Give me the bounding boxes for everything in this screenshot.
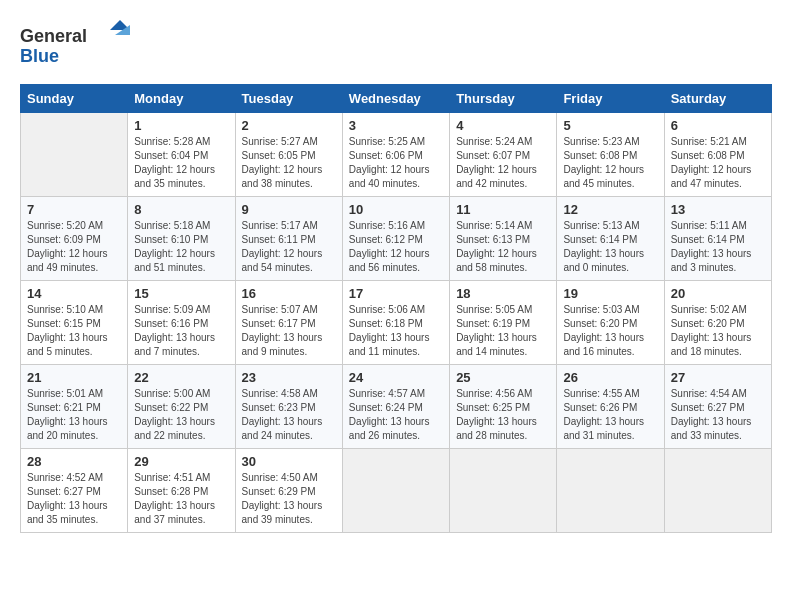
day-number: 11 xyxy=(456,202,550,217)
day-info: Sunrise: 4:56 AMSunset: 6:25 PMDaylight:… xyxy=(456,387,550,443)
day-info: Sunrise: 5:20 AMSunset: 6:09 PMDaylight:… xyxy=(27,219,121,275)
day-info: Sunrise: 5:23 AMSunset: 6:08 PMDaylight:… xyxy=(563,135,657,191)
calendar-cell: 25Sunrise: 4:56 AMSunset: 6:25 PMDayligh… xyxy=(450,365,557,449)
day-info: Sunrise: 5:11 AMSunset: 6:14 PMDaylight:… xyxy=(671,219,765,275)
calendar-cell: 10Sunrise: 5:16 AMSunset: 6:12 PMDayligh… xyxy=(342,197,449,281)
calendar-cell: 24Sunrise: 4:57 AMSunset: 6:24 PMDayligh… xyxy=(342,365,449,449)
day-info: Sunrise: 4:54 AMSunset: 6:27 PMDaylight:… xyxy=(671,387,765,443)
svg-text:General: General xyxy=(20,26,87,46)
calendar-cell: 22Sunrise: 5:00 AMSunset: 6:22 PMDayligh… xyxy=(128,365,235,449)
calendar-cell: 23Sunrise: 4:58 AMSunset: 6:23 PMDayligh… xyxy=(235,365,342,449)
weekday-header: Saturday xyxy=(664,85,771,113)
day-number: 3 xyxy=(349,118,443,133)
day-number: 6 xyxy=(671,118,765,133)
day-number: 10 xyxy=(349,202,443,217)
calendar-cell: 18Sunrise: 5:05 AMSunset: 6:19 PMDayligh… xyxy=(450,281,557,365)
day-info: Sunrise: 4:52 AMSunset: 6:27 PMDaylight:… xyxy=(27,471,121,527)
day-info: Sunrise: 5:14 AMSunset: 6:13 PMDaylight:… xyxy=(456,219,550,275)
weekday-header: Thursday xyxy=(450,85,557,113)
calendar-cell: 30Sunrise: 4:50 AMSunset: 6:29 PMDayligh… xyxy=(235,449,342,533)
calendar-week-row: 7Sunrise: 5:20 AMSunset: 6:09 PMDaylight… xyxy=(21,197,772,281)
calendar-table: SundayMondayTuesdayWednesdayThursdayFrid… xyxy=(20,84,772,533)
day-info: Sunrise: 5:17 AMSunset: 6:11 PMDaylight:… xyxy=(242,219,336,275)
day-info: Sunrise: 4:51 AMSunset: 6:28 PMDaylight:… xyxy=(134,471,228,527)
calendar-cell: 28Sunrise: 4:52 AMSunset: 6:27 PMDayligh… xyxy=(21,449,128,533)
calendar-cell: 1Sunrise: 5:28 AMSunset: 6:04 PMDaylight… xyxy=(128,113,235,197)
calendar-cell: 27Sunrise: 4:54 AMSunset: 6:27 PMDayligh… xyxy=(664,365,771,449)
calendar-cell: 21Sunrise: 5:01 AMSunset: 6:21 PMDayligh… xyxy=(21,365,128,449)
day-number: 4 xyxy=(456,118,550,133)
day-number: 28 xyxy=(27,454,121,469)
svg-text:Blue: Blue xyxy=(20,46,59,66)
weekday-header: Sunday xyxy=(21,85,128,113)
weekday-header: Monday xyxy=(128,85,235,113)
day-info: Sunrise: 5:00 AMSunset: 6:22 PMDaylight:… xyxy=(134,387,228,443)
calendar-cell: 7Sunrise: 5:20 AMSunset: 6:09 PMDaylight… xyxy=(21,197,128,281)
day-info: Sunrise: 5:01 AMSunset: 6:21 PMDaylight:… xyxy=(27,387,121,443)
calendar-week-row: 1Sunrise: 5:28 AMSunset: 6:04 PMDaylight… xyxy=(21,113,772,197)
calendar-cell: 4Sunrise: 5:24 AMSunset: 6:07 PMDaylight… xyxy=(450,113,557,197)
day-number: 26 xyxy=(563,370,657,385)
day-info: Sunrise: 5:10 AMSunset: 6:15 PMDaylight:… xyxy=(27,303,121,359)
day-info: Sunrise: 5:09 AMSunset: 6:16 PMDaylight:… xyxy=(134,303,228,359)
day-info: Sunrise: 5:21 AMSunset: 6:08 PMDaylight:… xyxy=(671,135,765,191)
day-number: 16 xyxy=(242,286,336,301)
calendar-cell: 17Sunrise: 5:06 AMSunset: 6:18 PMDayligh… xyxy=(342,281,449,365)
calendar-cell: 5Sunrise: 5:23 AMSunset: 6:08 PMDaylight… xyxy=(557,113,664,197)
calendar-cell xyxy=(557,449,664,533)
day-info: Sunrise: 5:07 AMSunset: 6:17 PMDaylight:… xyxy=(242,303,336,359)
day-number: 20 xyxy=(671,286,765,301)
calendar-cell: 12Sunrise: 5:13 AMSunset: 6:14 PMDayligh… xyxy=(557,197,664,281)
day-info: Sunrise: 4:58 AMSunset: 6:23 PMDaylight:… xyxy=(242,387,336,443)
day-info: Sunrise: 4:57 AMSunset: 6:24 PMDaylight:… xyxy=(349,387,443,443)
calendar-cell: 14Sunrise: 5:10 AMSunset: 6:15 PMDayligh… xyxy=(21,281,128,365)
calendar-cell: 15Sunrise: 5:09 AMSunset: 6:16 PMDayligh… xyxy=(128,281,235,365)
day-info: Sunrise: 4:55 AMSunset: 6:26 PMDaylight:… xyxy=(563,387,657,443)
calendar-week-row: 28Sunrise: 4:52 AMSunset: 6:27 PMDayligh… xyxy=(21,449,772,533)
day-info: Sunrise: 5:18 AMSunset: 6:10 PMDaylight:… xyxy=(134,219,228,275)
weekday-header: Friday xyxy=(557,85,664,113)
day-info: Sunrise: 5:03 AMSunset: 6:20 PMDaylight:… xyxy=(563,303,657,359)
weekday-header: Wednesday xyxy=(342,85,449,113)
day-number: 22 xyxy=(134,370,228,385)
calendar-cell: 9Sunrise: 5:17 AMSunset: 6:11 PMDaylight… xyxy=(235,197,342,281)
calendar-cell: 13Sunrise: 5:11 AMSunset: 6:14 PMDayligh… xyxy=(664,197,771,281)
day-number: 1 xyxy=(134,118,228,133)
day-number: 21 xyxy=(27,370,121,385)
day-number: 30 xyxy=(242,454,336,469)
calendar-week-row: 14Sunrise: 5:10 AMSunset: 6:15 PMDayligh… xyxy=(21,281,772,365)
day-info: Sunrise: 5:25 AMSunset: 6:06 PMDaylight:… xyxy=(349,135,443,191)
calendar-cell xyxy=(342,449,449,533)
day-info: Sunrise: 5:06 AMSunset: 6:18 PMDaylight:… xyxy=(349,303,443,359)
calendar-cell: 19Sunrise: 5:03 AMSunset: 6:20 PMDayligh… xyxy=(557,281,664,365)
calendar-week-row: 21Sunrise: 5:01 AMSunset: 6:21 PMDayligh… xyxy=(21,365,772,449)
calendar-header-row: SundayMondayTuesdayWednesdayThursdayFrid… xyxy=(21,85,772,113)
calendar-cell: 29Sunrise: 4:51 AMSunset: 6:28 PMDayligh… xyxy=(128,449,235,533)
day-number: 2 xyxy=(242,118,336,133)
day-number: 18 xyxy=(456,286,550,301)
day-number: 19 xyxy=(563,286,657,301)
day-number: 5 xyxy=(563,118,657,133)
logo: General Blue xyxy=(20,20,130,74)
day-number: 12 xyxy=(563,202,657,217)
page-header: General Blue xyxy=(20,20,772,74)
calendar-cell: 11Sunrise: 5:14 AMSunset: 6:13 PMDayligh… xyxy=(450,197,557,281)
day-info: Sunrise: 4:50 AMSunset: 6:29 PMDaylight:… xyxy=(242,471,336,527)
day-number: 27 xyxy=(671,370,765,385)
day-info: Sunrise: 5:05 AMSunset: 6:19 PMDaylight:… xyxy=(456,303,550,359)
day-number: 13 xyxy=(671,202,765,217)
day-number: 15 xyxy=(134,286,228,301)
weekday-header: Tuesday xyxy=(235,85,342,113)
day-info: Sunrise: 5:24 AMSunset: 6:07 PMDaylight:… xyxy=(456,135,550,191)
calendar-cell: 6Sunrise: 5:21 AMSunset: 6:08 PMDaylight… xyxy=(664,113,771,197)
calendar-cell: 20Sunrise: 5:02 AMSunset: 6:20 PMDayligh… xyxy=(664,281,771,365)
day-info: Sunrise: 5:13 AMSunset: 6:14 PMDaylight:… xyxy=(563,219,657,275)
day-number: 9 xyxy=(242,202,336,217)
day-number: 29 xyxy=(134,454,228,469)
calendar-cell: 3Sunrise: 5:25 AMSunset: 6:06 PMDaylight… xyxy=(342,113,449,197)
day-number: 23 xyxy=(242,370,336,385)
day-number: 14 xyxy=(27,286,121,301)
day-info: Sunrise: 5:28 AMSunset: 6:04 PMDaylight:… xyxy=(134,135,228,191)
calendar-cell: 16Sunrise: 5:07 AMSunset: 6:17 PMDayligh… xyxy=(235,281,342,365)
day-info: Sunrise: 5:02 AMSunset: 6:20 PMDaylight:… xyxy=(671,303,765,359)
